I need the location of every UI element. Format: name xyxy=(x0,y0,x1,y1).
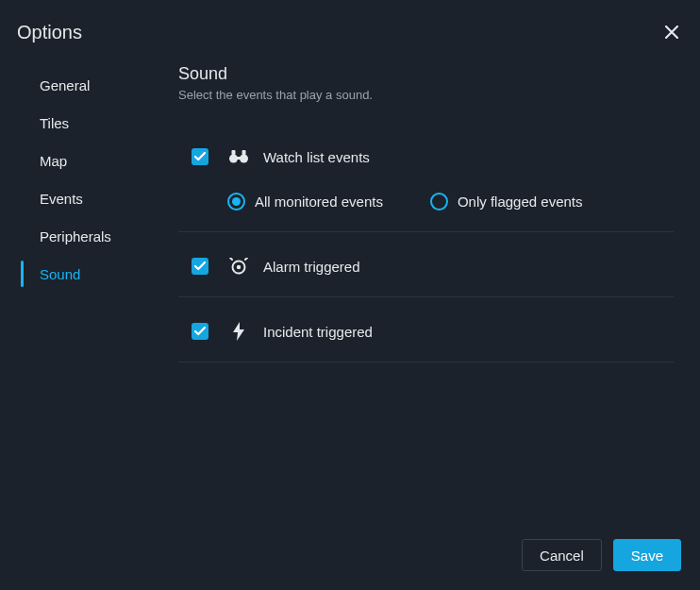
sidebar-item-label: Sound xyxy=(40,266,80,282)
check-icon xyxy=(194,261,206,271)
option-label: Incident triggered xyxy=(263,324,373,340)
svg-point-6 xyxy=(237,265,241,269)
watch-list-filter: All monitored events Only flagged events xyxy=(178,174,674,218)
radio-ring-icon xyxy=(430,193,448,211)
close-button[interactable] xyxy=(660,21,683,43)
check-icon xyxy=(194,327,206,336)
alarm-icon xyxy=(227,255,250,278)
radio-ring-icon xyxy=(227,193,245,211)
binoculars-icon xyxy=(227,145,250,168)
lightning-icon xyxy=(227,320,250,343)
cancel-button[interactable]: Cancel xyxy=(522,539,602,571)
sidebar: General Tiles Map Events Peripherals Sou… xyxy=(0,49,165,526)
panel-sound: Sound Select the events that play a soun… xyxy=(165,49,700,526)
option-watch-list: Watch list events xyxy=(178,140,674,174)
close-icon xyxy=(665,25,678,39)
svg-rect-3 xyxy=(232,150,236,155)
panel-heading: Sound xyxy=(178,64,674,84)
sidebar-item-sound[interactable]: Sound xyxy=(21,255,165,293)
sidebar-item-events[interactable]: Events xyxy=(21,179,165,217)
checkbox-alarm[interactable] xyxy=(192,258,208,275)
sidebar-item-label: Tiles xyxy=(40,115,69,131)
sidebar-item-tiles[interactable]: Tiles xyxy=(21,104,165,142)
sidebar-item-label: Peripherals xyxy=(40,228,111,244)
option-incident: Incident triggered xyxy=(178,314,674,348)
divider xyxy=(178,362,674,362)
sidebar-item-map[interactable]: Map xyxy=(21,142,165,179)
radio-label: Only flagged events xyxy=(458,194,583,210)
radio-dot-icon xyxy=(232,197,241,206)
sidebar-item-label: Map xyxy=(40,153,67,169)
save-button[interactable]: Save xyxy=(613,539,681,571)
divider xyxy=(178,231,674,232)
checkbox-watch-list[interactable] xyxy=(192,148,208,165)
option-label: Alarm triggered xyxy=(263,259,360,275)
radio-label: All monitored events xyxy=(255,194,383,210)
sidebar-item-label: Events xyxy=(40,191,83,207)
sidebar-item-label: General xyxy=(40,77,90,93)
option-alarm: Alarm triggered xyxy=(178,249,674,283)
dialog-footer: Cancel Save xyxy=(0,526,700,590)
divider xyxy=(178,296,674,297)
radio-all-monitored[interactable]: All monitored events xyxy=(227,193,383,211)
checkbox-incident[interactable] xyxy=(192,323,208,340)
svg-rect-2 xyxy=(236,157,242,160)
radio-only-flagged[interactable]: Only flagged events xyxy=(430,193,583,211)
sidebar-item-general[interactable]: General xyxy=(21,66,165,104)
check-icon xyxy=(194,152,206,161)
dialog-header: Options xyxy=(0,0,700,49)
options-dialog: Options General Tiles Map Events Periphe… xyxy=(0,0,700,590)
dialog-title: Options xyxy=(17,22,82,43)
svg-rect-4 xyxy=(242,150,246,155)
sidebar-item-peripherals[interactable]: Peripherals xyxy=(21,217,165,255)
option-label: Watch list events xyxy=(263,149,370,165)
panel-subtitle: Select the events that play a sound. xyxy=(178,88,674,102)
dialog-body: General Tiles Map Events Peripherals Sou… xyxy=(0,49,700,526)
